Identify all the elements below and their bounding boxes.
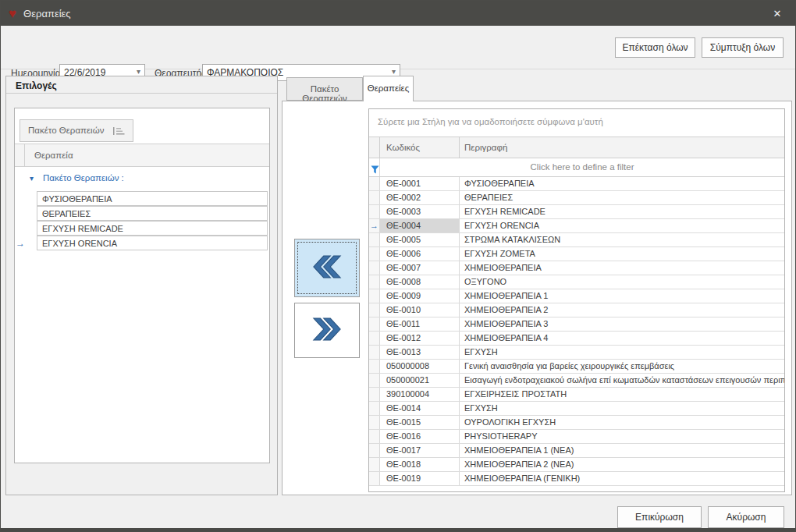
collapse-arrow-icon[interactable]: ▾: [30, 174, 34, 183]
code-column-header[interactable]: Κωδικός: [386, 143, 420, 152]
code-cell[interactable]: ΘΕ-0018: [380, 458, 460, 471]
code-cell[interactable]: ΘΕ-0008: [380, 275, 460, 289]
code-cell[interactable]: ΘΕ-0012: [380, 332, 460, 345]
code-cell[interactable]: ΘΕ-0017: [380, 444, 460, 457]
description-cell[interactable]: ΧΗΜΕΙΟΘΕΡΑΠΕΙΑ 1: [460, 289, 784, 303]
description-cell[interactable]: ΧΗΜΕΙΟΘΕΡΑΠΕΙΑ 1 (ΝΕΑ): [460, 444, 784, 457]
table-row[interactable]: ΘΕ-0006ΕΓΧΥΣΗ ZOMETA: [369, 247, 784, 261]
table-row[interactable]: ΘΕ-0017ΧΗΜΕΙΟΘΕΡΑΠΕΙΑ 1 (ΝΕΑ): [369, 444, 784, 458]
description-cell[interactable]: ΧΗΜΕΙΟΘΕΡΑΠΕΙΑ: [460, 261, 784, 275]
group-by-package-button[interactable]: Πακέτο Θεραπειών: [20, 119, 133, 142]
table-row[interactable]: →ΘΕ-0004ΕΓΧΥΣΗ ORENCIA: [369, 219, 784, 233]
therapy-cell[interactable]: ΕΓΧΥΣΗ ORENCIA: [37, 236, 268, 250]
left-grid-header[interactable]: Θεραπεία: [15, 144, 269, 167]
table-row[interactable]: ΘΕ-0011ΧΗΜΕΙΟΘΕΡΑΠΕΙΑ 3: [369, 317, 784, 332]
list-item[interactable]: ΦΥΣΙΟΘΕΡΑΠΕΙΑ: [15, 192, 269, 207]
description-cell[interactable]: ΕΓΧΥΣΗ REMICADE: [460, 205, 784, 218]
tab-therapies[interactable]: Θεραπείες: [363, 76, 414, 101]
chevron-down-icon[interactable]: ▾: [137, 67, 140, 76]
list-item[interactable]: ΘΕΡΑΠΕΙΕΣ: [15, 207, 269, 222]
code-cell[interactable]: ΘΕ-0015: [380, 416, 460, 429]
table-row[interactable]: 050000008Γενική αναισθησία για βαρείες χ…: [369, 360, 784, 374]
table-row[interactable]: ΘΕ-0014ΕΓΧΥΣΗ: [369, 402, 784, 416]
collapse-all-button[interactable]: Σύμπτυξη όλων: [702, 37, 784, 58]
description-cell[interactable]: ΕΓΧΥΣΗ: [460, 402, 784, 415]
code-cell[interactable]: ΘΕ-0003: [380, 205, 460, 218]
table-row[interactable]: ΘΕ-0012ΧΗΜΕΙΟΘΕΡΑΠΕΙΑ 4: [369, 332, 784, 346]
table-row[interactable]: ΘΕ-0019ΧΗΜΕΙΟΘΕΡΑΠΕΙΑ (ΓΕΝΙΚΗ): [369, 472, 784, 486]
description-cell[interactable]: ΦΥΣΙΟΘΕΡΑΠΕΙΑ: [460, 177, 784, 190]
filter-row[interactable]: Click here to define a filter: [369, 158, 784, 177]
table-row[interactable]: 390100004ΕΓΧΕΙΡΗΣΕΙΣ ΠΡΟΣΤΑΤΗ: [369, 388, 784, 402]
confirm-button[interactable]: Επικύρωση: [617, 506, 702, 528]
description-cell[interactable]: PHYSIOTHERAPY: [460, 430, 784, 443]
move-to-available-button[interactable]: [294, 303, 360, 358]
table-row[interactable]: ΘΕ-0009ΧΗΜΕΙΟΘΕΡΑΠΕΙΑ 1: [369, 289, 784, 303]
cancel-button[interactable]: Ακύρωση: [708, 506, 784, 528]
table-row[interactable]: ΘΕ-0013ΕΓΧΥΣΗ: [369, 346, 784, 360]
code-cell[interactable]: ΘΕ-0019: [380, 472, 460, 485]
description-cell[interactable]: ΘΕΡΑΠΕΙΕΣ: [460, 191, 784, 204]
move-to-selected-button[interactable]: [294, 239, 360, 297]
table-row[interactable]: ΘΕ-0001ΦΥΣΙΟΘΕΡΑΠΕΙΑ: [369, 177, 784, 191]
description-cell[interactable]: ΧΗΜΕΙΟΘΕΡΑΠΕΙΑ 4: [460, 332, 784, 345]
table-row[interactable]: ΘΕ-0007ΧΗΜΕΙΟΘΕΡΑΠΕΙΑ: [369, 261, 784, 275]
table-row[interactable]: ΘΕ-0002ΘΕΡΑΠΕΙΕΣ: [369, 191, 784, 205]
code-cell[interactable]: ΘΕ-0009: [380, 289, 460, 303]
expand-all-button[interactable]: Επέκταση όλων: [615, 37, 695, 58]
description-cell[interactable]: ΧΗΜΕΙΟΘΕΡΑΠΕΙΑ 2: [460, 303, 784, 317]
chevron-down-icon[interactable]: ▾: [392, 67, 396, 76]
description-cell[interactable]: ΕΓΧΕΙΡΗΣΕΙΣ ΠΡΟΣΤΑΤΗ: [460, 388, 784, 401]
table-row[interactable]: ΘΕ-0008ΟΞΥΓΟΝΟ: [369, 275, 784, 289]
row-indicator-cell: [369, 430, 380, 443]
table-row[interactable]: ΘΕ-0010ΧΗΜΕΙΟΘΕΡΑΠΕΙΑ 2: [369, 303, 784, 317]
code-cell[interactable]: ΘΕ-0001: [380, 177, 460, 190]
code-cell[interactable]: ΘΕ-0010: [380, 303, 460, 317]
code-cell[interactable]: ΘΕ-0016: [380, 430, 460, 443]
code-cell[interactable]: 050000008: [380, 360, 460, 373]
therapy-cell[interactable]: ΦΥΣΙΟΘΕΡΑΠΕΙΑ: [37, 191, 268, 206]
code-cell[interactable]: ΘΕ-0006: [380, 247, 460, 261]
code-cell[interactable]: ΘΕ-0004: [380, 219, 460, 232]
row-indicator-cell: [369, 388, 380, 401]
code-cell[interactable]: 050000021: [380, 374, 460, 387]
code-cell[interactable]: ΘΕ-0007: [380, 261, 460, 275]
description-cell[interactable]: ΕΓΧΥΣΗ ZOMETA: [460, 247, 784, 261]
table-row[interactable]: ΘΕ-0016PHYSIOTHERAPY: [369, 430, 784, 444]
package-group-row[interactable]: ▾ Πακέτο Θεραπειών :: [15, 167, 269, 192]
group-by-hint[interactable]: Σύρετε μια Στήλη για να ομαδοποιήσετε σύ…: [369, 109, 784, 137]
code-cell[interactable]: ΘΕ-0014: [380, 402, 460, 415]
list-item[interactable]: ΕΓΧΥΣΗ REMICADE: [15, 222, 269, 236]
description-cell[interactable]: ΕΓΧΥΣΗ: [460, 346, 784, 359]
code-cell[interactable]: ΘΕ-0013: [380, 346, 460, 359]
code-cell[interactable]: ΘΕ-0002: [380, 191, 460, 204]
description-cell[interactable]: ΟΥΡΟΛΟΓΙΚΗ ΕΓΧΥΣΗ: [460, 416, 784, 429]
table-row[interactable]: ΘΕ-0005ΣΤΡΩΜΑ ΚΑΤΑΚΛΙΣΕΩΝ: [369, 233, 784, 247]
table-row[interactable]: ΘΕ-0018ΧΗΜΕΙΟΘΕΡΑΠΕΙΑ 2 (ΝΕΑ): [369, 458, 784, 472]
description-cell[interactable]: ΟΞΥΓΟΝΟ: [460, 275, 784, 289]
tab-package-therapies[interactable]: Πακέτο Θεραπειών: [286, 77, 363, 101]
column-divider[interactable]: [459, 137, 460, 158]
table-row[interactable]: 050000021Εισαγωγή ενδοτραχειακού σωλήνα …: [369, 374, 784, 388]
therapy-cell[interactable]: ΘΕΡΑΠΕΙΕΣ: [37, 206, 268, 221]
description-cell[interactable]: ΧΗΜΕΙΟΘΕΡΑΠΕΙΑ 2 (ΝΕΑ): [460, 458, 784, 471]
description-column-header[interactable]: Περιγραφή: [464, 143, 507, 152]
table-row[interactable]: ΘΕ-0003ΕΓΧΥΣΗ REMICADE: [369, 205, 784, 219]
close-button[interactable]: ✕: [770, 7, 784, 21]
description-cell[interactable]: Εισαγωγή ενδοτραχειακού σωλήνα επί κωματ…: [460, 374, 784, 387]
description-cell[interactable]: ΣΤΡΩΜΑ ΚΑΤΑΚΛΙΣΕΩΝ: [460, 233, 784, 246]
row-indicator-cell: [369, 444, 380, 457]
table-row[interactable]: ΘΕ-0015ΟΥΡΟΛΟΓΙΚΗ ΕΓΧΥΣΗ: [369, 416, 784, 430]
description-cell[interactable]: ΧΗΜΕΙΟΘΕΡΑΠΕΙΑ 3: [460, 317, 784, 331]
filter-hint-text[interactable]: Click here to define a filter: [380, 162, 784, 172]
description-cell[interactable]: Γενική αναισθησία για βαρείες χειρουργικ…: [460, 360, 784, 373]
code-cell[interactable]: 390100004: [380, 388, 460, 401]
description-cell[interactable]: ΧΗΜΕΙΟΘΕΡΑΠΕΙΑ (ΓΕΝΙΚΗ): [460, 472, 784, 485]
funnel-icon[interactable]: [371, 163, 379, 177]
code-cell[interactable]: ΘΕ-0011: [380, 317, 460, 331]
therapy-column-header[interactable]: Θεραπεία: [34, 151, 73, 160]
description-cell[interactable]: ΕΓΧΥΣΗ ORENCIA: [460, 219, 784, 232]
therapy-cell[interactable]: ΕΓΧΥΣΗ REMICADE: [37, 221, 268, 236]
list-item[interactable]: →ΕΓΧΥΣΗ ORENCIA: [15, 236, 269, 251]
code-cell[interactable]: ΘΕ-0005: [380, 233, 460, 246]
